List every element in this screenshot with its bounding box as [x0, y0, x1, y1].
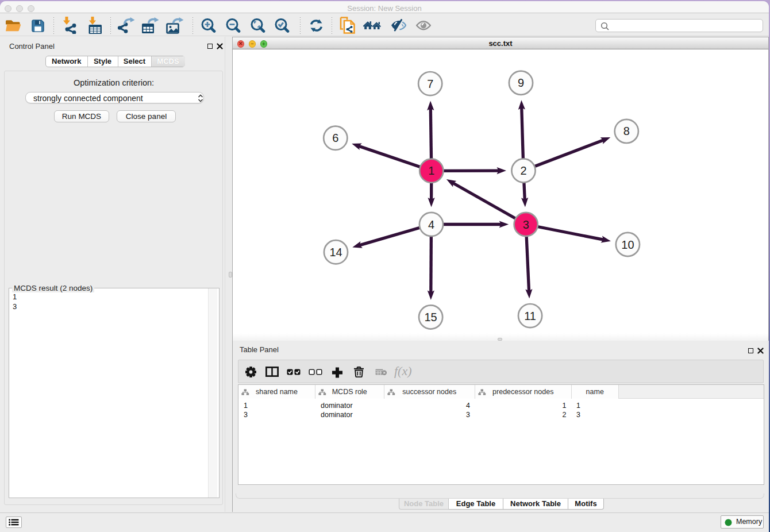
svg-text:14: 14: [329, 246, 342, 259]
svg-text:8: 8: [623, 125, 630, 137]
svg-text:4: 4: [428, 218, 434, 231]
svg-text:15: 15: [424, 311, 437, 323]
svg-text:9: 9: [518, 76, 524, 89]
svg-text:6: 6: [332, 132, 338, 144]
svg-text:7: 7: [427, 78, 433, 90]
svg-text:2: 2: [520, 164, 526, 177]
svg-text:3: 3: [523, 218, 529, 231]
svg-text:1: 1: [428, 164, 434, 177]
svg-text:10: 10: [621, 238, 634, 251]
svg-text:11: 11: [524, 310, 536, 322]
